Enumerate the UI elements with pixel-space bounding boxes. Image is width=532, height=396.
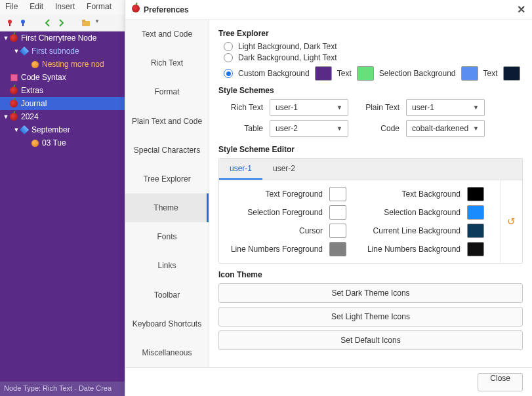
nav-back-icon[interactable] bbox=[43, 18, 52, 28]
reset-icon[interactable]: ↺ bbox=[507, 216, 516, 228]
custom-text-swatch[interactable] bbox=[357, 66, 374, 81]
category-special-characters[interactable]: Special Characters bbox=[125, 136, 209, 165]
dialog-titlebar: Preferences ✕ bbox=[125, 0, 532, 20]
menu-edit[interactable]: Edit bbox=[30, 2, 43, 12]
category-fonts[interactable]: Fonts bbox=[125, 222, 209, 251]
menu-insert[interactable]: Insert bbox=[55, 2, 75, 12]
set-default-icons-button[interactable]: Set Default Icons bbox=[218, 330, 523, 350]
chevron-down-icon: ▼ bbox=[337, 125, 342, 132]
pin-blue-icon[interactable] bbox=[18, 18, 28, 28]
cherry-icon bbox=[9, 99, 18, 108]
custom-bg-swatch[interactable] bbox=[315, 66, 332, 81]
svg-rect-1 bbox=[9, 23, 10, 26]
cherry-icon bbox=[9, 33, 18, 43]
tree-node[interactable]: ▼First subnode bbox=[0, 45, 125, 58]
text-fg-swatch[interactable] bbox=[329, 187, 346, 201]
close-button[interactable]: Close bbox=[478, 373, 523, 391]
orange-b-icon bbox=[30, 60, 39, 69]
svg-rect-5 bbox=[82, 20, 85, 22]
category-miscellaneous[interactable]: Miscellaneous bbox=[125, 338, 209, 367]
expand-icon[interactable]: ▼ bbox=[3, 113, 9, 120]
radio-dark-bg[interactable]: Dark Background, Light Text bbox=[224, 53, 523, 62]
tab-user-1[interactable]: user-1 bbox=[219, 159, 262, 180]
cursor-swatch[interactable] bbox=[329, 224, 346, 238]
category-keyboard-shortcuts[interactable]: Keyboard Shortcuts bbox=[125, 309, 209, 338]
tree-node-label: 2024 bbox=[21, 112, 39, 121]
blue-d-icon bbox=[20, 125, 29, 134]
tree-node-label: Code Syntax bbox=[21, 73, 66, 82]
table-label: Table bbox=[218, 124, 263, 133]
sel-text-swatch[interactable] bbox=[503, 66, 520, 81]
preferences-dialog: Preferences ✕ Text and CodeRich TextForm… bbox=[125, 0, 532, 396]
category-text-and-code[interactable]: Text and Code bbox=[125, 20, 209, 49]
tree-node-label: Nesting more nod bbox=[42, 60, 104, 69]
tree-node[interactable]: Extras bbox=[0, 84, 125, 97]
sel-text-label: Text bbox=[483, 69, 498, 78]
folder-icon[interactable] bbox=[81, 18, 91, 28]
chevron-down-icon: ▼ bbox=[473, 125, 479, 132]
expand-icon[interactable]: ▼ bbox=[13, 127, 20, 133]
tree-node[interactable]: Nesting more nod bbox=[0, 58, 125, 71]
category-format[interactable]: Format bbox=[125, 77, 209, 106]
tree-node-label: First Cherrytree Node bbox=[21, 33, 96, 43]
svg-rect-4 bbox=[82, 21, 90, 26]
code-combo[interactable]: cobalt-darkened▼ bbox=[406, 120, 485, 137]
tree-node-label: Extras bbox=[21, 86, 43, 95]
tree-node[interactable]: ▼September bbox=[0, 123, 125, 136]
menu-file[interactable]: File bbox=[5, 2, 18, 12]
pin-red-icon[interactable] bbox=[5, 18, 14, 28]
plain-text-label: Plain Text bbox=[355, 103, 399, 112]
radio-icon bbox=[224, 42, 233, 51]
tree-node[interactable]: ▼First Cherrytree Node bbox=[0, 31, 125, 45]
custom-bg-label: Custom Background bbox=[238, 69, 310, 78]
tree-node[interactable]: 03 Tue bbox=[0, 136, 125, 149]
radio-custom-bg[interactable] bbox=[224, 69, 233, 78]
text-label: Text bbox=[337, 69, 352, 78]
curline-bg-swatch[interactable] bbox=[467, 224, 484, 238]
sel-bg-swatch[interactable] bbox=[461, 66, 478, 81]
category-theme[interactable]: Theme bbox=[125, 193, 209, 222]
code-label: Code bbox=[355, 124, 399, 133]
category-list: Text and CodeRich TextFormatPlain Text a… bbox=[125, 20, 209, 367]
tree-node[interactable]: ▼2024 bbox=[0, 110, 125, 123]
style-schemes-heading: Style Schemes bbox=[218, 86, 523, 95]
pink-sq-icon bbox=[9, 73, 18, 82]
menu-format[interactable]: Format bbox=[87, 2, 112, 12]
cherry-icon bbox=[9, 86, 18, 95]
sel-bg-swatch[interactable] bbox=[467, 205, 484, 220]
rich-text-combo[interactable]: user-1▼ bbox=[270, 99, 348, 116]
plain-text-combo[interactable]: user-1▼ bbox=[406, 99, 485, 116]
expand-icon[interactable]: ▼ bbox=[3, 35, 9, 41]
category-tree-explorer[interactable]: Tree Explorer bbox=[125, 165, 209, 193]
linenum-bg-swatch[interactable] bbox=[467, 242, 484, 256]
category-rich-text[interactable]: Rich Text bbox=[125, 49, 209, 77]
sel-fg-swatch[interactable] bbox=[329, 205, 346, 220]
icon-theme-heading: Icon Theme bbox=[218, 270, 523, 279]
category-toolbar[interactable]: Toolbar bbox=[125, 281, 209, 309]
text-bg-swatch[interactable] bbox=[467, 187, 484, 201]
linenum-fg-swatch[interactable] bbox=[329, 242, 346, 256]
dropdown-icon[interactable]: ▼ bbox=[94, 18, 104, 28]
radio-light-bg[interactable]: Light Background, Dark Text bbox=[224, 42, 523, 51]
set-dark-icons-button[interactable]: Set Dark Theme Icons bbox=[218, 283, 523, 303]
blue-d-icon bbox=[20, 47, 29, 56]
tree-node[interactable]: Journal bbox=[0, 97, 125, 110]
category-plain-text-and-code[interactable]: Plain Text and Code bbox=[125, 107, 209, 136]
chevron-down-icon: ▼ bbox=[337, 104, 342, 111]
radio-icon bbox=[224, 53, 233, 62]
expand-icon[interactable]: ▼ bbox=[13, 48, 20, 54]
tree-node-label: Journal bbox=[21, 99, 47, 108]
svg-rect-3 bbox=[22, 23, 24, 26]
tree-panel: ▼First Cherrytree Node▼First subnodeNest… bbox=[0, 31, 125, 382]
tree-node-label: September bbox=[31, 125, 70, 134]
table-combo[interactable]: user-2▼ bbox=[270, 120, 348, 137]
tree-node[interactable]: Code Syntax bbox=[0, 71, 125, 84]
tab-user-2[interactable]: user-2 bbox=[262, 159, 306, 180]
close-icon[interactable]: ✕ bbox=[517, 3, 525, 16]
app-icon bbox=[132, 5, 140, 14]
tree-node-label: 03 Tue bbox=[42, 138, 66, 148]
category-links[interactable]: Links bbox=[125, 251, 209, 280]
nav-forward-icon[interactable] bbox=[56, 18, 66, 28]
chevron-down-icon: ▼ bbox=[473, 104, 479, 111]
set-light-icons-button[interactable]: Set Light Theme Icons bbox=[218, 307, 523, 327]
